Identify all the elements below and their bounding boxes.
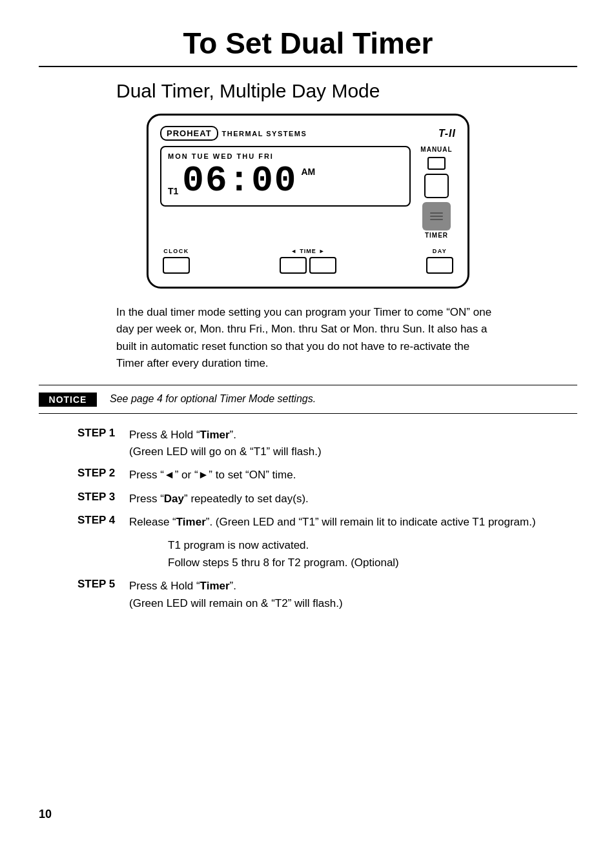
time-digits: 06:00 [182,163,297,199]
time-center-label: TIME [300,248,316,254]
step-4-content: Release “Timer”. (Green LED and “T1” wil… [129,514,577,531]
step-3-row: STEP 3 Press “Day” repeatedly to set day… [77,491,577,507]
timer-knob-label: TIMER [425,232,448,239]
timer-knob[interactable] [422,202,451,230]
t1-label: T1 [168,186,178,196]
knob-line-2 [430,216,443,217]
brand-logo: PROHEAT THERMAL SYSTEMS [160,126,307,141]
page-title: To Set Dual Timer [39,26,577,61]
manual-small-button[interactable] [427,157,446,170]
manual-large-button[interactable] [424,174,449,198]
manual-label: MANUAL [420,146,452,153]
subtitle: Dual Timer, Multiple Day Mode [39,80,577,102]
time-left-arrow: ◄ [291,248,297,254]
time-label-row: ◄ TIME ► [291,248,325,254]
step-4-label: STEP 4 [77,514,129,527]
time-left-button[interactable] [280,257,307,274]
device-body: PROHEAT THERMAL SYSTEMS T-II MON TUE WED… [147,114,469,289]
title-divider [39,66,577,67]
knob-lines [430,212,443,220]
notice-text: See page 4 for optional Timer Mode setti… [110,392,316,406]
step-2-row: STEP 2 Press “◄” or “►” to set “ON” time… [77,467,577,484]
step-3-content: Press “Day” repeatedly to set day(s). [129,491,577,507]
knob-line-3 [430,219,443,220]
step-2-content: Press “◄” or “►” to set “ON” time. [129,467,577,484]
bottom-buttons-row: CLOCK ◄ TIME ► DAY [160,248,456,274]
step-5-content: Press & Hold “Timer”. (Green LED will re… [129,578,577,612]
day-button[interactable] [426,257,453,274]
days-display: MON TUE WED THU FRI [168,152,403,160]
step-5-label: STEP 5 [77,578,129,591]
lcd-display: MON TUE WED THU FRI T1 06:00 AM [160,146,411,207]
notice-row: NOTICE See page 4 for optional Timer Mod… [39,385,577,413]
brand-badge: PROHEAT [160,126,218,141]
step-4-row: STEP 4 Release “Timer”. (Green LED and “… [77,514,577,531]
knob-line-1 [430,212,443,214]
description-text: In the dual timer mode setting you can p… [39,304,577,372]
device-main-body: MON TUE WED THU FRI T1 06:00 AM MANUAL [160,146,456,239]
step-3-label: STEP 3 [77,491,129,504]
model-label: T-II [438,128,456,139]
brand-subtitle: THERMAL SYSTEMS [222,130,307,138]
page-number: 10 [39,808,52,821]
step-2-label: STEP 2 [77,467,129,480]
step-1-row: STEP 1 Press & Hold “Timer”. (Green LED … [77,427,577,461]
t1-note-line1: T1 program is now activated. [168,539,309,551]
time-row: T1 06:00 AM [168,163,403,199]
am-label: AM [301,167,315,177]
t1-note: T1 program is now activated. Follow step… [77,537,577,571]
device-header: PROHEAT THERMAL SYSTEMS T-II [160,126,456,141]
clock-button[interactable] [163,257,190,274]
clock-button-label: CLOCK [163,248,189,254]
step-5-sub: (Green LED will remain on & “T2” will fl… [129,597,343,609]
timer-knob-area: TIMER [422,202,451,239]
day-button-label: DAY [433,248,447,254]
time-button-group: ◄ TIME ► [280,248,336,274]
device-illustration: PROHEAT THERMAL SYSTEMS T-II MON TUE WED… [39,114,577,289]
step-1-label: STEP 1 [77,427,129,440]
time-right-arrow: ► [319,248,325,254]
clock-button-group: CLOCK [163,248,190,274]
notice-badge: NOTICE [39,393,97,407]
time-buttons [280,257,336,274]
step-1-content: Press & Hold “Timer”. (Green LED will go… [129,427,577,461]
right-controls: MANUAL TIMER [417,146,456,239]
time-right-button[interactable] [309,257,336,274]
steps-section: STEP 1 Press & Hold “Timer”. (Green LED … [39,427,577,612]
t1-note-line2: Follow steps 5 thru 8 for T2 program. (O… [168,556,399,569]
step-5-row: STEP 5 Press & Hold “Timer”. (Green LED … [77,578,577,612]
step-1-sub: (Green LED will go on & “T1” will flash.… [129,445,322,458]
day-button-group: DAY [426,248,453,274]
